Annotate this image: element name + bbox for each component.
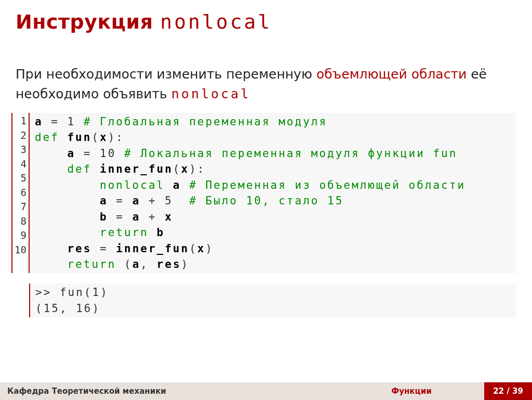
code-line: def inner_fun(x): [35,161,512,177]
line-number: 3 [15,143,26,157]
output-line: (15, 16) [35,301,512,316]
slide-paragraph: При необходимости изменить переменную об… [16,64,516,104]
code-gutter: 12345678910 [12,113,30,273]
line-number: 7 [15,200,26,214]
line-number: 10 [15,243,26,257]
output-line: >> fun(1) [35,285,512,300]
line-number: 2 [15,128,26,143]
code-line: b = a + x [35,209,512,225]
para-mono: nonlocal [171,86,250,101]
code-line: a = a + 5 # Было 10, стало 15 [35,193,512,209]
line-number: 5 [15,171,26,186]
code-line: nonlocal a # Переменная из объемлющей об… [35,177,512,193]
slide-title: Инструкция nonlocal [16,10,516,33]
line-number: 9 [15,228,26,243]
code-line: return (a, res) [35,256,512,272]
code-block-main: 12345678910 a = 1 # Глобальная переменна… [11,113,516,273]
para-highlight: объемлющей области [316,67,467,82]
code-line: a = 1 # Глобальная переменная модуля [35,114,512,130]
para-pre: При необходимости изменить переменную [16,67,316,82]
code-line: def fun(x): [35,130,512,145]
footer-left: Кафедра Теоретической механики [0,382,339,400]
slide-content: Инструкция nonlocal При необходимости из… [0,0,532,317]
footer: Кафедра Теоретической механики Функции 2… [0,382,532,400]
output-lines: >> fun(1)(15, 16) [30,283,516,317]
title-prefix: Инструкция [16,10,160,33]
line-number: 8 [15,214,26,229]
line-number: 4 [15,157,26,172]
footer-page: 22 / 39 [484,382,532,400]
line-number: 1 [15,114,26,128]
line-number: 6 [15,186,26,200]
code-line: return b [35,225,512,240]
code-line: a = 10 # Локальная переменная модуля фун… [35,146,512,161]
title-mono: nonlocal [160,10,272,33]
code-lines: a = 1 # Глобальная переменная модуляdef … [29,113,516,273]
code-line: res = inner_fun(x) [35,241,512,256]
footer-mid: Функции [339,382,484,400]
output-block: >> fun(1)(15, 16) [29,283,516,317]
